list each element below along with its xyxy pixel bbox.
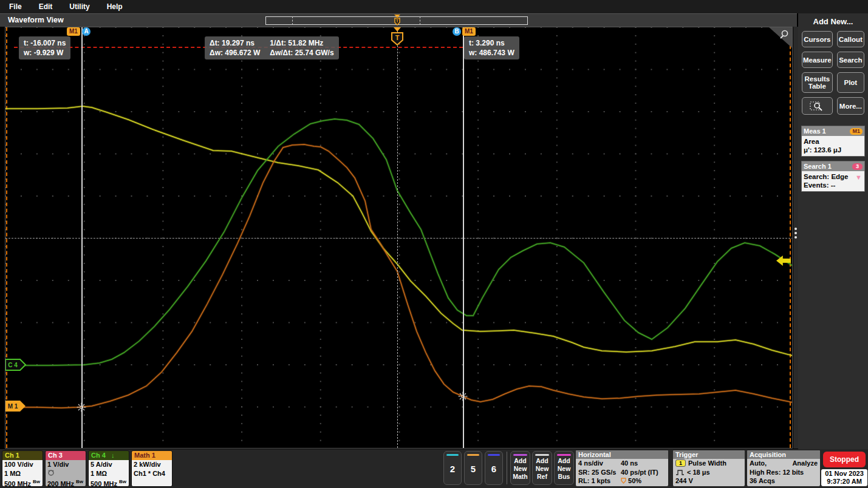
meas1-value: μ': 123.6 μJ xyxy=(804,146,863,154)
cursor-a-line[interactable] xyxy=(81,27,83,448)
trace-ch4-green xyxy=(5,119,793,365)
cursor-waveform-intersection-marker xyxy=(77,402,86,412)
tab-waveform-view[interactable]: Waveform View xyxy=(8,16,64,24)
pulse-width-icon xyxy=(675,469,685,475)
ch3-bandwidth: 200 MHz Bw xyxy=(47,478,84,487)
acq-resolution: High Res: 12 bits xyxy=(750,468,804,477)
math1-badge[interactable]: Math 1 2 kW/div Ch1 * Ch4 xyxy=(131,450,173,487)
add-new-ref-button[interactable]: Add New Ref xyxy=(532,451,552,485)
add-new-math-button[interactable]: Add New Math xyxy=(510,451,530,485)
math1-scale: 2 kW/div xyxy=(134,460,170,469)
delta-t: Δt: 19.297 ns xyxy=(210,38,260,48)
svg-text:T: T xyxy=(396,19,399,23)
delta-w: Δw: 496.672 W xyxy=(210,48,260,58)
acq-analyze: Analyze xyxy=(792,459,818,468)
h-record-length: RL: 1 kpts xyxy=(578,476,610,486)
cursor-b-source-tag: M1 xyxy=(462,27,476,36)
ch3-label: Ch 3 xyxy=(48,452,63,459)
add-search-button[interactable]: Search xyxy=(837,52,864,68)
cursor-b-line[interactable] xyxy=(463,27,464,448)
results-bar: Add New... Cursors Callout Measure Searc… xyxy=(798,13,868,449)
add-plot-button[interactable]: Plot xyxy=(837,72,864,93)
search-mark-icon: ▼ xyxy=(855,173,862,181)
probe-clamp-icon xyxy=(47,469,55,476)
zoom-mode-button[interactable] xyxy=(802,97,833,115)
tab-bar: Waveform View T xyxy=(0,13,797,27)
run-stop-button[interactable]: Stopped xyxy=(823,452,866,467)
menu-bar: File Edit Utility Help xyxy=(0,0,868,13)
acq-mode: Auto, xyxy=(750,459,767,468)
add-new-bus-button[interactable]: Add New Bus xyxy=(554,451,574,485)
ch4-label: Ch 4 xyxy=(91,452,106,459)
add-cursors-button[interactable]: Cursors xyxy=(802,31,833,47)
menu-utility[interactable]: Utility xyxy=(69,2,89,11)
math1-position-marker[interactable]: M 1 xyxy=(5,399,27,413)
ch4-impedance: 1 MΩ xyxy=(91,469,127,478)
svg-text:M 1: M 1 xyxy=(8,403,18,410)
add-new-title: Add New... xyxy=(798,17,868,26)
inverse-delta-t: 1/Δt: 51.82 MHz xyxy=(270,38,333,48)
more-button[interactable]: More... xyxy=(837,97,864,115)
ch6-enable-button[interactable]: 6 xyxy=(485,451,503,485)
search1-events: Events: -- xyxy=(804,181,863,189)
menu-file[interactable]: File xyxy=(9,2,22,11)
menu-help[interactable]: Help xyxy=(107,2,123,11)
trigger-source-badge: 1 xyxy=(675,459,686,467)
svg-text:T: T xyxy=(395,34,400,41)
waveform-graticule[interactable]: T M1 A B M1 t: -16.007 ns w: -9.929 W Δt… xyxy=(5,27,793,449)
search1-count-badge: 3 xyxy=(852,163,863,170)
math1-expression: Ch1 * Ch4 xyxy=(134,469,170,478)
search1-result-card[interactable]: Search 1 3 Search: Edge ▼ Events: -- xyxy=(801,161,865,192)
minimap-trigger-marker[interactable]: T xyxy=(393,15,402,28)
trigger-panel[interactable]: Trigger 1Pulse Width < 18 μs 244 V xyxy=(673,450,745,486)
ch4-position-marker[interactable]: C 4 xyxy=(5,358,27,371)
date: 01 Nov 2023 xyxy=(821,470,867,478)
h-resolution: 40 ps/pt (IT) xyxy=(621,468,658,477)
ch4-trend-arrow-icon: ↓ xyxy=(111,452,115,459)
cursor-a-value: w: -9.929 W xyxy=(24,48,66,58)
menu-edit[interactable]: Edit xyxy=(39,2,53,11)
ch5-enable-button[interactable]: 5 xyxy=(464,451,482,485)
cursor-a-readout: t: -16.007 ns w: -9.929 W xyxy=(19,36,70,59)
trace-ch4-green xyxy=(5,119,793,365)
datetime-display: 01 Nov 2023 9:37:20 AM xyxy=(821,469,867,486)
ch4-scale: 5 A/div xyxy=(91,460,127,469)
add-measure-button[interactable]: Measure xyxy=(802,52,833,68)
ch2-enable-button[interactable]: 2 xyxy=(443,451,462,485)
h-scale: 4 ns/div xyxy=(578,459,603,468)
cursor-b-readout: t: 3.290 ns w: 486.743 W xyxy=(464,36,519,59)
trigger-type: Pulse Width xyxy=(688,459,726,468)
minimap-tick xyxy=(292,16,293,25)
cursor-a-badge[interactable]: A xyxy=(82,27,91,36)
ch4-badge[interactable]: Ch 4 ↓ 5 A/div 1 MΩ 500 MHz Bw xyxy=(88,450,129,487)
cursor-waveform-intersection-marker xyxy=(458,391,468,401)
meas1-result-card[interactable]: Meas 1 M1 Area μ': 123.6 μJ xyxy=(801,126,865,157)
ch3-probe-row xyxy=(47,469,84,478)
trigger-condition: < 18 μs xyxy=(687,468,710,477)
waveform-traces xyxy=(5,27,793,449)
h-trigger-position: 50% xyxy=(621,476,641,486)
button-separator xyxy=(507,452,507,484)
time: 9:37:20 AM xyxy=(821,478,867,486)
trigger-flag-icon[interactable]: T xyxy=(389,27,405,47)
h-sample-rate: SR: 25 GS/s xyxy=(578,468,616,477)
magnifier-icon xyxy=(779,29,790,40)
cursor-delta-readout: Δt: 19.297 ns 1/Δt: 51.82 MHz Δw: 496.67… xyxy=(205,36,339,59)
ch3-badge[interactable]: Ch 3 1 V/div 200 MHz Bw xyxy=(45,450,86,487)
ch1-bandwidth: 500 MHz Bw xyxy=(4,478,41,487)
meas1-name: Area xyxy=(804,137,863,146)
math1-label: Math 1 xyxy=(134,452,155,459)
cursor-a-source-tag: M1 xyxy=(67,27,80,36)
search1-type: Search: Edge ▼ xyxy=(804,172,863,181)
minimap-tick xyxy=(420,16,420,25)
sidebar-divider-handle[interactable] xyxy=(793,27,798,449)
acquisition-overview-minimap[interactable]: T xyxy=(265,16,528,25)
add-callout-button[interactable]: Callout xyxy=(837,31,864,47)
search1-title: Search 1 xyxy=(804,163,832,170)
svg-text:C 4: C 4 xyxy=(8,362,18,368)
acquisition-panel[interactable]: Acquisition Auto,Analyze High Res: 12 bi… xyxy=(747,450,820,486)
horizontal-panel[interactable]: Horizontal 4 ns/div40 ns SR: 25 GS/s40 p… xyxy=(576,450,668,486)
add-results-table-button[interactable]: Results Table xyxy=(802,72,833,93)
cursor-b-badge[interactable]: B xyxy=(453,27,461,36)
ch1-badge[interactable]: Ch 1 100 V/div 1 MΩ 500 MHz Bw xyxy=(2,450,43,487)
